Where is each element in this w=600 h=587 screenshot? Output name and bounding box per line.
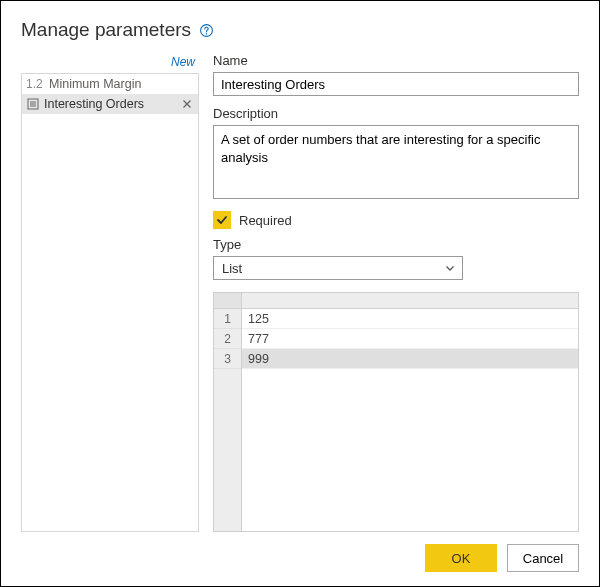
help-icon[interactable] xyxy=(199,23,214,38)
name-input[interactable] xyxy=(213,72,579,96)
cancel-button[interactable]: Cancel xyxy=(507,544,579,572)
grid-header xyxy=(242,293,578,309)
grid-data: 125 777 999 xyxy=(242,309,578,531)
grid-cell[interactable]: 125 xyxy=(242,309,578,329)
new-parameter-link[interactable]: New xyxy=(171,55,195,69)
row-number: 3 xyxy=(214,349,241,369)
parameter-item-interesting-orders[interactable]: Interesting Orders xyxy=(22,94,198,114)
row-number: 1 xyxy=(214,309,241,329)
required-checkbox[interactable] xyxy=(213,211,231,229)
type-select-value: List xyxy=(222,261,242,276)
close-icon[interactable] xyxy=(180,99,194,109)
type-label: Type xyxy=(213,237,579,252)
chevron-down-icon xyxy=(444,262,456,274)
row-number: 2 xyxy=(214,329,241,349)
grid-gutter: 1 2 3 xyxy=(214,309,242,531)
description-label: Description xyxy=(213,106,579,121)
parameter-prefix: 1.2 xyxy=(26,77,44,91)
list-icon xyxy=(26,98,39,111)
parameter-item-minimum-margin[interactable]: 1.2 Minimum Margin xyxy=(22,74,198,94)
grid-cell[interactable]: 777 xyxy=(242,329,578,349)
svg-point-1 xyxy=(206,32,208,34)
ok-button[interactable]: OK xyxy=(425,544,497,572)
list-values-grid[interactable]: 1 2 3 125 777 999 xyxy=(213,292,579,532)
parameter-list: 1.2 Minimum Margin Interesting Orders xyxy=(21,73,199,532)
parameter-label: Interesting Orders xyxy=(44,97,175,111)
dialog-title: Manage parameters xyxy=(21,19,191,41)
parameter-form: Name Description Required Type List xyxy=(213,53,579,532)
grid-cell[interactable]: 999 xyxy=(242,349,578,369)
description-input[interactable] xyxy=(213,125,579,199)
type-select[interactable]: List xyxy=(213,256,463,280)
name-label: Name xyxy=(213,53,579,68)
parameter-label: Minimum Margin xyxy=(49,77,194,91)
grid-corner xyxy=(214,293,242,309)
parameter-sidebar: New 1.2 Minimum Margin xyxy=(21,53,199,532)
required-label: Required xyxy=(239,213,292,228)
